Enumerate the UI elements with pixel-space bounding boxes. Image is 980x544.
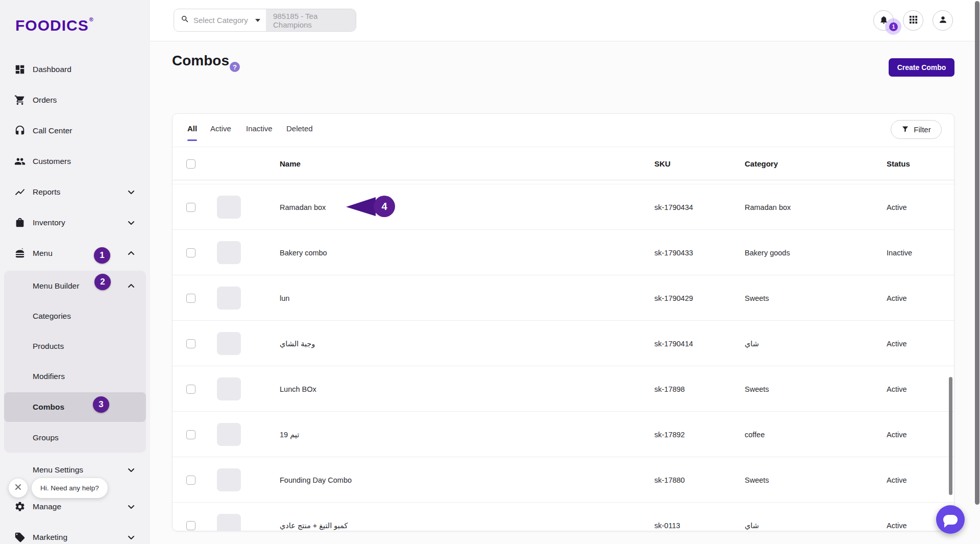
row-checkbox[interactable] [186,203,195,212]
combo-status: Active [887,275,907,321]
main-content: Combos ? Create Combo All Active Inactiv… [150,41,980,544]
table-row[interactable]: lun sk-1790429 Sweets Active [173,275,954,320]
combo-name[interactable]: Founding Day Combo [280,457,352,503]
step-badge-4: 4 [374,196,395,217]
account-button[interactable] [933,10,953,31]
combo-image-placeholder [217,468,241,491]
apps-button[interactable] [903,10,923,31]
sidebar: FOODICS® Dashboard Orders Call Center Cu… [0,0,150,544]
sidebar-item-groups[interactable]: Groups [4,422,146,453]
row-checkbox[interactable] [186,430,195,439]
category-select[interactable]: Select Category [174,9,266,31]
column-header-name: Name [280,147,301,180]
sidebar-item-label: Combos [33,403,64,412]
sidebar-item-customers[interactable]: Customers [0,146,150,177]
sidebar-item-inventory[interactable]: Inventory [0,207,150,238]
table-row[interactable]: وجبة الشاي sk-1790414 شاي Active [173,320,954,366]
funnel-icon [901,125,909,134]
tab-inactive[interactable]: Inactive [246,114,273,143]
sidebar-item-label: Manage [33,502,61,511]
help-icon[interactable]: ? [230,62,240,72]
sidebar-item-orders[interactable]: Orders [0,85,150,115]
combo-name[interactable]: وجبة الشاي [280,321,315,366]
combo-category: Bakery goods [745,230,790,275]
chat-launcher-button[interactable] [936,505,965,534]
sidebar-item-label: Menu Builder [33,281,79,291]
combo-status: Active [887,503,907,531]
combo-sku: sk-1790414 [654,321,693,366]
filter-button[interactable]: Filter [891,120,942,139]
chevron-up-icon [128,250,135,257]
chart-icon [14,186,26,198]
close-help-tooltip-button[interactable] [9,479,28,498]
sidebar-item-call-center[interactable]: Call Center [0,115,150,146]
table-row[interactable]: Founding Day Combo sk-17880 Sweets Activ… [173,457,954,502]
step-badge-2: 2 [94,274,111,290]
row-checkbox[interactable] [186,248,195,257]
sidebar-item-combos[interactable]: Combos [4,392,146,422]
sidebar-item-label: Groups [33,433,59,442]
tab-active[interactable]: Active [210,114,231,143]
create-combo-button[interactable]: Create Combo [889,58,954,77]
sidebar-item-label: Orders [33,96,57,105]
row-checkbox[interactable] [186,385,195,394]
search-icon [181,15,189,26]
sidebar-item-modifiers[interactable]: Modifiers [4,361,146,391]
select-all-checkbox[interactable] [186,159,195,169]
page-scrollbar-thumb[interactable] [975,1,979,505]
sidebar-item-label: Products [33,342,64,351]
row-checkbox[interactable] [186,476,195,485]
row-checkbox[interactable] [186,521,195,530]
combo-category: شاي [745,321,759,366]
sidebar-item-menu-builder[interactable]: Menu Builder [4,271,146,301]
combo-sku: sk-17880 [654,457,685,503]
sidebar-item-marketing[interactable]: Marketing [0,522,150,544]
close-icon [14,483,22,493]
chevron-up-icon [128,282,135,290]
combo-image-placeholder [217,287,241,310]
step-badge-3: 3 [93,396,109,413]
table-row[interactable]: كمبو التبغ + منتج عادي sk-0113 شاي Activ… [173,502,954,531]
status-tabs: All Active Inactive Deleted Filter [173,114,954,147]
combo-name[interactable]: Bakery combo [280,230,327,275]
sidebar-item-label: Categories [33,312,71,321]
filter-button-label: Filter [914,125,930,134]
foodics-console: FOODICS® Dashboard Orders Call Center Cu… [0,0,980,544]
step-badge-1: 1 [94,247,110,264]
people-icon [14,156,26,167]
combo-name[interactable]: Lunch BOx [280,366,316,412]
table-scrollbar-thumb[interactable] [949,377,952,495]
combo-category: Ramadan box [745,184,791,230]
combo-category: Sweets [745,275,769,321]
page-title: Combos [172,53,229,69]
sidebar-item-products[interactable]: Products [4,331,146,361]
combo-sku: sk-1790429 [654,275,693,321]
sidebar-item-menu[interactable]: Menu [0,238,150,269]
cart-icon [14,94,26,106]
combo-name[interactable]: Ramadan box [280,184,326,230]
chevron-down-icon [128,534,135,541]
tab-deleted[interactable]: Deleted [286,114,313,143]
table-row[interactable]: تيم 19 sk-17892 coffee Active [173,411,954,457]
table-row[interactable]: Lunch BOx sk-17898 Sweets Active [173,366,954,411]
combo-image-placeholder [217,332,241,355]
combo-name[interactable]: تيم 19 [280,412,299,457]
table-row[interactable]: Bakery combo sk-1790433 Bakery goods Ina… [173,229,954,275]
combo-name[interactable]: lun [280,275,289,321]
combos-table-card: All Active Inactive Deleted Filter Name … [172,113,954,531]
sidebar-item-categories[interactable]: Categories [4,301,146,331]
row-checkbox[interactable] [186,294,195,303]
column-header-category: Category [745,147,778,180]
sidebar-item-label: Menu Settings [33,465,83,475]
combo-image-placeholder [217,423,241,446]
sidebar-item-reports[interactable]: Reports [0,177,150,207]
sidebar-item-dashboard[interactable]: Dashboard [0,54,150,85]
table-row[interactable]: Ramadan box sk-1790434 Ramadan box Activ… [173,184,954,229]
combo-name[interactable]: كمبو التبغ + منتج عادي [280,503,348,531]
combo-image-placeholder [217,196,241,219]
row-checkbox[interactable] [186,339,195,348]
tab-all[interactable]: All [187,114,197,143]
table-header: Name SKU Category Status [173,147,954,180]
question-mark-glyph: ? [233,63,237,71]
branch-search-input[interactable]: 985185 - Tea Champions [266,9,356,31]
